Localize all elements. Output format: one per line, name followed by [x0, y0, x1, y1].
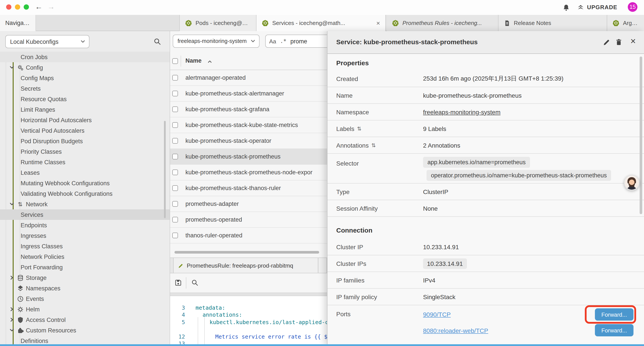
sidebar-item-runtime-classes[interactable]: Runtime Classes	[0, 157, 170, 167]
sidebar-item-ingresses[interactable]: Ingresses	[0, 230, 170, 241]
tab-prometheus-rules[interactable]: Prometheus Rules - icecheng...	[387, 15, 498, 31]
detail-scrollbar[interactable]	[640, 56, 642, 214]
row-checkbox[interactable]	[172, 185, 178, 191]
row-checkbox[interactable]	[172, 106, 178, 112]
upgrade-icon[interactable]	[577, 4, 584, 11]
forward-button-8080[interactable]: Forward...	[595, 324, 634, 336]
yaml-editor[interactable]: 3metadata: 4annotations: 5kubectl.kubern…	[170, 296, 327, 346]
upgrade-button[interactable]: UPGRADE	[587, 4, 617, 10]
sidebar-item-limit-ranges[interactable]: Limit Ranges	[0, 104, 170, 115]
row-checkbox[interactable]	[172, 138, 178, 144]
namespace-link[interactable]: freeleaps-monitoring-system	[423, 108, 500, 115]
edit-pencil-icon[interactable]	[603, 38, 611, 46]
sidebar-item-config-maps[interactable]: Config Maps	[0, 73, 170, 83]
sidebar-search-icon[interactable]	[154, 38, 161, 45]
tab-release-notes[interactable]: Release Notes	[498, 15, 607, 31]
port-link-8080[interactable]: 8080:reloader-web/TCP	[423, 327, 488, 334]
table-row-selected[interactable]: kube-prometheus-stack-prometheus	[170, 149, 327, 165]
tab-argo[interactable]: Argo Se	[607, 15, 644, 31]
sidebar-item-secrets[interactable]: Secrets	[0, 83, 170, 94]
sidebar-item-resource-quotas[interactable]: Resource Quotas	[0, 94, 170, 104]
sidebar-item-mutating-webhook-configurations[interactable]: Mutating Webhook Configurations	[0, 178, 170, 188]
table-row[interactable]: prometheus-operated	[170, 212, 327, 228]
sort-icon[interactable]: ⇅	[371, 142, 376, 148]
sidebar-item-network[interactable]: ⇅ Network	[0, 199, 170, 209]
navigator-sidebar: Local Kubeconfigs Cron Jobs Config Confi…	[0, 31, 170, 346]
editor-tab-prometheusrule[interactable]: PrometheusRule: freeleaps-prod-rabbitmq	[173, 258, 318, 273]
sidebar-item-ingress-classes[interactable]: Ingress Classes	[0, 241, 170, 251]
row-checkbox[interactable]	[172, 154, 178, 159]
horizontal-scrollbar[interactable]	[174, 251, 319, 254]
editor-tab-label: PrometheusRule: freeleaps-prod-rabbitmq	[187, 262, 293, 269]
sidebar-item-port-forwarding[interactable]: Port Forwarding	[0, 262, 170, 272]
sidebar-item-storage[interactable]: Storage	[0, 272, 170, 283]
delete-trash-icon[interactable]	[615, 38, 622, 46]
tab-close-icon[interactable]: ×	[376, 20, 380, 26]
table-row[interactable]: kube-prometheus-stack-prometheus-node-ex…	[170, 165, 327, 180]
notification-count-badge[interactable]: 15	[628, 2, 638, 12]
namespace-filter-dropdown[interactable]: freeleaps-monitoring-system	[173, 34, 260, 48]
selector-chip[interactable]: operator.prometheus.io/name=kube-prometh…	[426, 170, 611, 181]
back-icon[interactable]: ←	[35, 3, 42, 11]
table-row[interactable]: prometheus-adapter	[170, 196, 327, 212]
sidebar-item-network-policies[interactable]: Network Policies	[0, 251, 170, 262]
sidebar-item-cron-jobs[interactable]: Cron Jobs	[0, 52, 170, 62]
app-window: ← → UPGRADE 15 Navigator Pods - icecheng…	[0, 0, 644, 346]
table-row[interactable]: kube-prometheus-stack-thanos-ruler	[170, 180, 327, 196]
port-link-9090[interactable]: 9090/TCP	[423, 311, 451, 318]
selector-chip[interactable]: app.kubernetes.io/name=prometheus	[423, 157, 530, 168]
sidebar-item-events[interactable]: Events	[0, 294, 170, 304]
sidebar-item-services[interactable]: Services	[0, 209, 170, 220]
row-checkbox[interactable]	[172, 75, 178, 81]
sidebar-item-helm[interactable]: Helm	[0, 304, 170, 315]
tab-services-active[interactable]: Services - icecheng@math... ×	[256, 15, 386, 31]
sidebar-item-validating-webhook-configurations[interactable]: Validating Webhook Configurations	[0, 188, 170, 199]
traffic-light-zoom[interactable]	[24, 4, 29, 10]
regex-icon[interactable]: .*	[280, 38, 286, 44]
notifications-bell-icon[interactable]	[562, 3, 570, 12]
name-column-header[interactable]: Name	[186, 57, 202, 64]
table-row[interactable]: kube-prometheus-stack-grafana	[170, 102, 327, 117]
table-row[interactable]: kube-prometheus-stack-kube-state-metrics	[170, 117, 327, 133]
sidebar-item-config[interactable]: Config	[0, 62, 170, 73]
sort-ascending-icon[interactable]	[207, 59, 212, 64]
sidebar-item-custom-resources[interactable]: Custom Resources	[0, 325, 170, 336]
row-checkbox[interactable]	[172, 122, 178, 128]
select-all-checkbox[interactable]	[172, 58, 178, 64]
sidebar-item-priority-classes[interactable]: Priority Classes	[0, 146, 170, 157]
list-search-input[interactable]: Aa .* prome	[265, 34, 327, 48]
table-row[interactable]: kube-prometheus-stack-operator	[170, 133, 327, 149]
row-checkbox[interactable]	[172, 91, 178, 96]
sidebar-scrollbar[interactable]	[164, 121, 166, 218]
tab-pods[interactable]: Pods - icecheng@mathmas...	[179, 15, 256, 31]
navigator-panel-tab[interactable]: Navigator	[0, 15, 36, 31]
editor-tab-partial[interactable]	[319, 258, 327, 273]
sidebar-item-namespaces[interactable]: Namespaces	[0, 283, 170, 294]
sidebar-item-endpoints[interactable]: Endpoints	[0, 220, 170, 230]
table-row[interactable]: alertmanager-operated	[170, 70, 327, 86]
detail-row-selector: Selector app.kubernetes.io/name=promethe…	[328, 154, 644, 184]
sidebar-item-pod-disruption-budgets[interactable]: Pod Disruption Budgets	[0, 136, 170, 146]
traffic-light-minimize[interactable]	[15, 4, 20, 10]
sidebar-item-vertical-pod-autoscalers[interactable]: Vertical Pod Autoscalers	[0, 125, 170, 136]
row-checkbox[interactable]	[172, 169, 178, 175]
row-checkbox[interactable]	[172, 201, 178, 207]
sidebar-item-access-control[interactable]: Access Control	[0, 315, 170, 325]
table-row[interactable]: thanos-ruler-operated	[170, 228, 327, 244]
sort-icon[interactable]: ⇅	[357, 125, 362, 132]
traffic-light-close[interactable]	[6, 4, 12, 10]
save-icon[interactable]	[174, 279, 182, 287]
row-checkbox[interactable]	[172, 217, 178, 223]
kubeconfig-selector[interactable]: Local Kubeconfigs	[5, 35, 90, 48]
match-case-icon[interactable]: Aa	[269, 38, 276, 44]
avatar[interactable]	[624, 175, 640, 191]
annotations-count[interactable]: 2 Annotations	[423, 142, 460, 149]
editor-search-icon[interactable]	[191, 279, 198, 287]
labels-count[interactable]: 9 Labels	[423, 125, 446, 132]
forward-icon[interactable]: →	[47, 3, 55, 11]
sidebar-item-leases[interactable]: Leases	[0, 167, 170, 178]
sidebar-item-horizontal-pod-autoscalers[interactable]: Horizontal Pod Autoscalers	[0, 115, 170, 125]
close-panel-icon[interactable]: ×	[630, 36, 636, 46]
table-row[interactable]: kube-prometheus-stack-alertmanager	[170, 86, 327, 102]
row-checkbox[interactable]	[172, 233, 178, 238]
